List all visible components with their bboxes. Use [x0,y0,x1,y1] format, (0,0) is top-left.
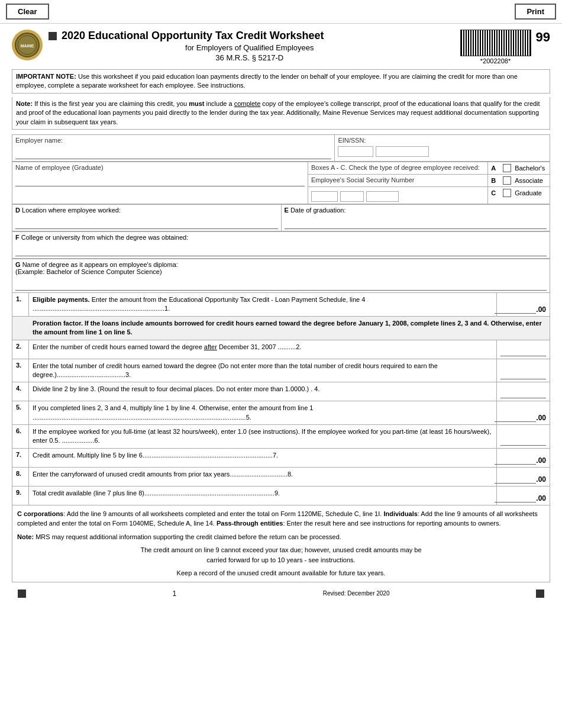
header-section: MAINE 2020 Educational Opportunity Tax C… [12,30,550,65]
line-d-letter: D [15,207,20,214]
line-5-num: 5. [12,401,29,424]
employer-name-input[interactable] [15,146,331,159]
line-d-label: Location where employee worked: [22,207,121,214]
important-note-text: Use this worksheet if you paid education… [16,73,518,89]
line-2-amount [496,340,550,359]
line-8-cents: .00 [536,475,546,484]
form-title-text: 2020 Educational Opportunity Tax Credit … [62,30,324,42]
ssn-part2-input[interactable] [343,193,358,200]
important-note: IMPORTANT NOTE: Use this worksheet if yo… [12,69,550,94]
line-2-desc: Enter the number of credit hours earned … [29,340,496,359]
ssn-part1-input[interactable] [314,193,335,200]
line-4-amount [496,382,550,401]
record-note: Keep a record of the unused credit amoun… [17,568,545,578]
c-corp-note: C corporations: Add the line 9 amounts o… [17,509,545,529]
line-7-desc: Credit amount. Multiply line 5 by line 6… [29,449,496,467]
line-5-desc: If you completed lines 2, 3 and 4, multi… [29,401,496,424]
line-5-input[interactable] [495,409,536,422]
line-4-input[interactable] [500,385,546,398]
barcode-image [460,30,531,56]
mrs-note: Note: MRS may request additional informa… [17,532,545,542]
line-3-input[interactable] [500,366,546,379]
line-4-desc: Divide line 2 by line 3. (Round the resu… [29,382,496,401]
line-g-input[interactable] [15,278,547,291]
line-5-cents: .00 [536,414,546,422]
ein-part2-input[interactable] [379,148,426,155]
line-2-input[interactable] [500,343,546,356]
print-button[interactable]: Print [515,4,556,20]
line-1-cents: .00 [536,305,546,314]
line-3-amount [496,359,550,382]
line-4-num: 4. [12,382,29,401]
footer-square-right [536,590,544,598]
line-7-input[interactable] [495,452,536,465]
clear-button[interactable]: Clear [6,4,49,20]
line-f-input[interactable] [15,243,547,256]
bottom-notes: C corporations: Add the line 9 amounts o… [12,505,550,582]
line-6-desc: If the employee worked for you full-time… [29,425,496,448]
employee-name-input[interactable] [15,173,305,186]
line-6-input[interactable] [500,433,546,446]
line-g-letter: G [15,261,21,268]
line-g-label: Name of degree as it appears on employee… [22,261,178,268]
svg-text:MAINE: MAINE [21,44,34,48]
line-8-amount: .00 [496,468,550,486]
box-c-row: C Graduate [491,189,547,197]
line-8-num: 8. [12,468,29,486]
employee-boxes-table: Name of employee (Graduate) Boxes A - C.… [12,162,550,204]
line-1-desc: Eligible payments. Enter the amount from… [29,293,496,316]
line-6-row: 6. If the employee worked for you full-t… [12,425,550,449]
boxes-label: Boxes A - C. Check the type of degree em… [311,164,480,171]
line-4-row: 4. Divide line 2 by line 3. (Round the r… [12,382,550,401]
line-d-input[interactable] [15,216,278,229]
line-1-amount: .00 [496,293,550,316]
line-5-amount: .00 [496,401,550,424]
box-a-checkbox[interactable] [503,164,511,172]
ein-label: EIN/SSN: [338,137,547,144]
footer-page-num: 1 [172,590,176,598]
line-f-label: College or university from which the deg… [21,234,188,241]
box-b-checkbox[interactable] [503,176,511,185]
line-note: The credit amount on line 9 cannot excee… [17,545,545,565]
form-title: 2020 Educational Opportunity Tax Credit … [49,30,451,42]
box-a-row: A Bachelor's [491,164,547,172]
line-3-num: 3. [12,359,29,382]
line-e-input[interactable] [285,216,547,229]
line-8-desc: Enter the carryforward of unused credit … [29,468,496,486]
subtitle2: 36 M.R.S. § 5217-D [49,53,451,62]
line-1-input[interactable] [495,301,536,314]
employee-name-label: Name of employee (Graduate) [15,164,305,171]
line-f-letter: F [15,234,20,241]
ssn-input-group [311,191,485,202]
box-c-checkbox[interactable] [503,189,511,197]
line-7-num: 7. [12,449,29,467]
footer-revised: Revised: December 2020 [323,590,390,597]
line-1-num: 1. [12,293,29,316]
employer-name-label: Employer name: [15,137,331,144]
ein-input-group [338,146,547,157]
year-badge: 99 [536,30,550,45]
line-9-cents: .00 [536,494,546,502]
line-de-table: D Location where employee worked: E Date… [12,204,550,231]
line-3-desc: Enter the total number of credit hours e… [29,359,496,382]
line-8-row: 8. Enter the carryforward of unused cred… [12,468,550,487]
main-content: MAINE 2020 Educational Opportunity Tax C… [0,24,562,606]
line-6-amount [496,425,550,448]
subtitle1: for Employers of Qualified Employees [49,43,451,52]
box-a-letter: A [491,165,499,172]
line-7-row: 7. Credit amount. Multiply line 5 by lin… [12,449,550,468]
line-2-num: 2. [12,340,29,359]
line-5-row: 5. If you completed lines 2, 3 and 4, mu… [12,401,550,425]
line-e-label: Date of graduation: [290,207,346,214]
ssn-part3-input[interactable] [369,193,396,200]
line-9-desc: Total credit available (line 7 plus line… [29,487,496,505]
line-9-num: 9. [12,487,29,505]
box-c-label: Graduate [515,189,542,197]
ssn-label: Employee's Social Security Number [311,176,415,183]
proration-header: Proration factor. If the loans include a… [12,317,550,340]
line-9-input[interactable] [495,489,536,502]
line-8-input[interactable] [495,471,536,484]
line-7-amount: .00 [496,449,550,467]
box-b-letter: B [491,177,499,184]
ein-part1-input[interactable] [341,148,370,155]
